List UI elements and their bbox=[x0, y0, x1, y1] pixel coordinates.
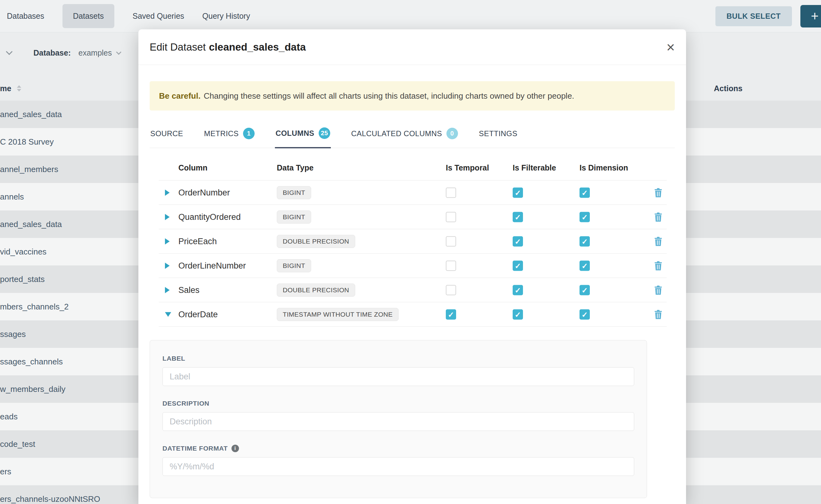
is-temporal-checkbox[interactable] bbox=[446, 285, 456, 295]
expand-caret-icon[interactable] bbox=[165, 287, 170, 293]
label-input[interactable] bbox=[162, 367, 634, 386]
expand-caret-icon[interactable] bbox=[165, 263, 170, 269]
modal-tabs: SOURCE METRICS 1 COLUMNS 25 CALCULATED C… bbox=[150, 127, 675, 148]
column-detail-panel: LABEL DESCRIPTION DATETIME FORMAT i bbox=[150, 340, 647, 498]
columns-table-header: Column Data Type Is Temporal Is Filterab… bbox=[150, 148, 675, 180]
modal-title-prefix: Edit Dataset bbox=[150, 41, 206, 53]
column-row: QuantityOrdered BIGINT bbox=[150, 205, 675, 229]
is-dimension-checkbox[interactable] bbox=[580, 236, 590, 247]
datetime-format-field-label: DATETIME FORMAT bbox=[162, 445, 228, 452]
column-row: Sales DOUBLE PRECISION bbox=[150, 278, 675, 302]
tab-columns[interactable]: COLUMNS 25 bbox=[275, 127, 331, 148]
description-field-label: DESCRIPTION bbox=[162, 400, 634, 407]
column-row: PriceEach DOUBLE PRECISION bbox=[150, 229, 675, 254]
tab-calculated-columns[interactable]: CALCULATED COLUMNS 0 bbox=[350, 127, 459, 148]
is-temporal-checkbox[interactable] bbox=[446, 261, 456, 271]
tab-metrics[interactable]: METRICS 1 bbox=[203, 127, 255, 148]
is-dimension-checkbox[interactable] bbox=[580, 188, 590, 198]
close-icon[interactable]: × bbox=[666, 40, 675, 54]
is-filterable-checkbox[interactable] bbox=[513, 285, 523, 295]
description-field-group: DESCRIPTION bbox=[162, 400, 634, 431]
datetime-format-field-group: DATETIME FORMAT i bbox=[162, 445, 634, 476]
column-row: OrderNumber BIGINT bbox=[150, 180, 675, 205]
modal-header: Edit Datasetcleaned_sales_data × bbox=[138, 29, 686, 65]
tab-label: SOURCE bbox=[150, 129, 183, 138]
column-row: OrderLineNumber BIGINT bbox=[150, 254, 675, 278]
data-type-pill: BIGINT bbox=[277, 210, 311, 224]
label-field-label: LABEL bbox=[162, 355, 634, 362]
metrics-count-badge: 1 bbox=[243, 128, 255, 139]
tab-label: COLUMNS bbox=[275, 129, 314, 138]
delete-column-icon[interactable] bbox=[654, 237, 662, 246]
data-type-pill: BIGINT bbox=[277, 259, 311, 272]
info-icon[interactable]: i bbox=[231, 445, 239, 452]
description-input[interactable] bbox=[162, 412, 634, 431]
tab-label: METRICS bbox=[204, 129, 239, 138]
data-type-pill: TIMESTAMP WITHOUT TIME ZONE bbox=[277, 308, 398, 321]
is-temporal-checkbox[interactable] bbox=[446, 236, 456, 247]
is-dimension-checkbox[interactable] bbox=[580, 261, 590, 271]
tab-label: CALCULATED COLUMNS bbox=[351, 129, 442, 138]
column-name: PriceEach bbox=[178, 237, 217, 246]
is-temporal-checkbox[interactable] bbox=[446, 188, 456, 198]
delete-column-icon[interactable] bbox=[654, 310, 662, 319]
delete-column-icon[interactable] bbox=[654, 285, 662, 295]
label-field-group: LABEL bbox=[162, 355, 634, 386]
columns-count-badge: 25 bbox=[319, 127, 330, 139]
delete-column-icon[interactable] bbox=[654, 212, 662, 222]
is-dimension-header: Is Dimension bbox=[580, 163, 628, 172]
expand-caret-icon[interactable] bbox=[165, 190, 170, 196]
modal-body: Be careful. Changing these settings will… bbox=[138, 81, 686, 498]
data-type-pill: DOUBLE PRECISION bbox=[277, 235, 355, 248]
delete-column-icon[interactable] bbox=[654, 261, 662, 270]
modal-title: Edit Datasetcleaned_sales_data bbox=[150, 41, 306, 53]
warning-text: Changing these settings will affect all … bbox=[204, 91, 574, 101]
is-temporal-checkbox[interactable] bbox=[446, 212, 456, 222]
delete-column-icon[interactable] bbox=[654, 188, 662, 197]
column-name: Sales bbox=[178, 285, 200, 295]
column-name: OrderNumber bbox=[178, 188, 230, 198]
is-dimension-checkbox[interactable] bbox=[580, 212, 590, 222]
is-filterable-checkbox[interactable] bbox=[513, 261, 523, 271]
is-filterable-checkbox[interactable] bbox=[513, 188, 523, 198]
column-name: OrderDate bbox=[178, 310, 218, 319]
column-header: Column bbox=[178, 163, 207, 172]
data-type-pill: DOUBLE PRECISION bbox=[277, 284, 355, 297]
is-temporal-header: Is Temporal bbox=[446, 163, 489, 172]
is-dimension-checkbox[interactable] bbox=[580, 285, 590, 295]
tab-label: SETTINGS bbox=[479, 129, 517, 138]
tab-settings[interactable]: SETTINGS bbox=[478, 127, 518, 148]
column-row: OrderDate TIMESTAMP WITHOUT TIME ZONE bbox=[150, 302, 675, 327]
data-type-header: Data Type bbox=[277, 163, 314, 172]
columns-table: OrderNumber BIGINT QuantityOrdered BIGIN… bbox=[150, 180, 675, 327]
is-filterable-checkbox[interactable] bbox=[513, 236, 523, 247]
tab-source[interactable]: SOURCE bbox=[150, 127, 184, 148]
datetime-format-input[interactable] bbox=[162, 457, 634, 476]
warning-banner: Be careful. Changing these settings will… bbox=[150, 81, 675, 111]
column-name: OrderLineNumber bbox=[178, 261, 246, 271]
is-dimension-checkbox[interactable] bbox=[580, 309, 590, 320]
is-filterable-checkbox[interactable] bbox=[513, 212, 523, 222]
is-filterable-header: Is Filterable bbox=[513, 163, 556, 172]
column-name: QuantityOrdered bbox=[178, 212, 241, 222]
collapse-caret-icon[interactable] bbox=[165, 312, 171, 317]
is-temporal-checkbox[interactable] bbox=[446, 309, 456, 320]
is-filterable-checkbox[interactable] bbox=[513, 309, 523, 320]
edit-dataset-modal: Edit Datasetcleaned_sales_data × Be care… bbox=[138, 29, 686, 504]
calculated-columns-count-badge: 0 bbox=[447, 128, 458, 139]
data-type-pill: BIGINT bbox=[277, 186, 311, 199]
warning-bold: Be careful. bbox=[159, 91, 200, 101]
expand-caret-icon[interactable] bbox=[165, 238, 170, 245]
modal-dataset-name: cleaned_sales_data bbox=[209, 41, 306, 53]
expand-caret-icon[interactable] bbox=[165, 214, 170, 220]
